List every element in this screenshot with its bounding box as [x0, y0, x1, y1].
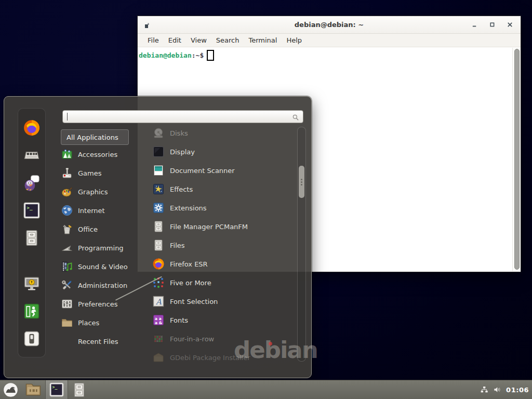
application-five-or-more[interactable]: Five or More: [152, 273, 294, 292]
application-extensions[interactable]: Extensions: [152, 198, 294, 217]
category-internet[interactable]: Internet: [61, 201, 144, 220]
fonts-icon: [152, 314, 165, 326]
session-button-log-out[interactable]: [23, 302, 41, 320]
category-label: Office: [78, 225, 98, 233]
gdebi-icon: [152, 351, 165, 364]
search-box[interactable]: [62, 110, 303, 123]
terminal-menu-item-search[interactable]: Search: [211, 36, 244, 44]
taskbar-launchers: [0, 380, 90, 399]
category-games[interactable]: Games: [61, 164, 144, 182]
favorites-group: [23, 119, 41, 247]
preferences-icon: [61, 298, 73, 310]
menu-scrollbar-thumb[interactable]: [299, 166, 304, 198]
text-caret: [67, 113, 68, 121]
application-files[interactable]: Files: [152, 236, 294, 255]
session-button-lock-screen[interactable]: [23, 275, 41, 292]
category-preferences[interactable]: Preferences: [61, 295, 144, 313]
tray-icon-volume[interactable]: [493, 385, 501, 394]
category-office[interactable]: Office: [61, 220, 144, 238]
favorite-software[interactable]: [23, 147, 41, 164]
application-effects[interactable]: Effects: [152, 180, 294, 198]
session-group: [23, 275, 41, 348]
category-graphics[interactable]: Graphics: [61, 182, 144, 201]
taskbar-launcher-file-manager[interactable]: [21, 380, 45, 399]
pidgin-icon: [23, 174, 41, 192]
terminal-cursor: [207, 50, 214, 61]
terminal-menu-item-edit[interactable]: Edit: [164, 36, 186, 44]
places-icon: [61, 316, 73, 329]
taskbar-launcher-files[interactable]: [68, 380, 90, 399]
application-gdebi-package-installer[interactable]: GDebi Package Installer: [152, 348, 294, 367]
application-label: Display: [170, 148, 195, 156]
application-document-scanner[interactable]: Document Scanner: [152, 161, 294, 180]
window-menu-icon[interactable]: [144, 21, 150, 28]
category-accessories[interactable]: Accessories: [61, 145, 144, 164]
application-label: Firefox ESR: [170, 260, 208, 268]
application-four-in-a-row[interactable]: Four-in-a-row: [152, 329, 294, 348]
terminal-menu-item-file[interactable]: File: [143, 36, 164, 44]
category-label: Administration: [78, 282, 127, 289]
application-list: Disks Display Document Scanner Effects E…: [152, 124, 294, 367]
terminal-menu-item-terminal[interactable]: Terminal: [244, 36, 282, 44]
effects-icon: [152, 183, 165, 195]
application-font-selection[interactable]: Font Selection: [152, 292, 294, 311]
category-sound-video[interactable]: Sound & Video: [61, 257, 144, 276]
taskbar-launcher-terminal[interactable]: [45, 380, 68, 399]
window-controls: [472, 16, 513, 33]
scanner-icon: [152, 164, 165, 177]
terminal-icon: [23, 202, 41, 219]
office-icon: [61, 223, 73, 235]
prompt-path-symbol: :~$: [192, 51, 204, 59]
taskbar: 01:06: [0, 380, 532, 399]
shutdown-icon: [23, 330, 41, 348]
accessories-icon: [61, 148, 73, 161]
category-programming[interactable]: Programming: [61, 238, 144, 257]
application-disks[interactable]: Disks: [152, 124, 294, 142]
category-label: Sound & Video: [78, 263, 128, 271]
application-display[interactable]: Display: [152, 142, 294, 161]
taskbar-tray: 01:06: [480, 385, 532, 394]
category-label: Recent Files: [78, 338, 118, 345]
all-applications-button[interactable]: All Applications: [61, 129, 129, 145]
firefox-icon: [23, 119, 41, 137]
terminal-scrollbar[interactable]: [512, 48, 521, 271]
application-label: GDebi Package Installer: [170, 354, 250, 362]
close-button[interactable]: [507, 22, 513, 28]
application-label: Disks: [170, 129, 188, 137]
display-icon: [152, 145, 165, 158]
category-recent-files[interactable]: Recent Files: [61, 332, 144, 351]
prompt-line: debian@debian:~$: [138, 47, 521, 61]
favorite-pidgin[interactable]: [23, 174, 41, 192]
tray-icon-network[interactable]: [480, 385, 488, 394]
application-label: File Manager PCManFM: [170, 223, 248, 231]
category-places[interactable]: Places: [61, 313, 144, 332]
favorites-panel: [18, 108, 46, 357]
application-label: Extensions: [170, 204, 207, 212]
application-label: Fonts: [170, 316, 188, 324]
application-fonts[interactable]: Fonts: [152, 311, 294, 329]
menu-scrollbar[interactable]: [297, 127, 306, 362]
soundvideo-icon: [61, 260, 73, 273]
category-label: Accessories: [78, 151, 117, 158]
category-label: Places: [78, 319, 99, 327]
terminal-menu-item-view[interactable]: View: [186, 36, 211, 44]
application-file-manager-pcmanfm[interactable]: File Manager PCManFM: [152, 217, 294, 236]
graphics-icon: [61, 185, 73, 198]
filecab-icon: [23, 229, 41, 247]
maximize-button[interactable]: [489, 22, 495, 28]
application-firefox-esr[interactable]: Firefox ESR: [152, 255, 294, 273]
favorite-firefox[interactable]: [23, 119, 41, 137]
fourinarow-icon: [152, 332, 165, 345]
minimize-button[interactable]: [472, 22, 477, 28]
session-button-shut-down[interactable]: [23, 330, 41, 348]
keyboard-icon: [23, 147, 41, 164]
favorite-terminal[interactable]: [23, 202, 41, 219]
favorite-file-manager[interactable]: [23, 229, 41, 247]
clock[interactable]: 01:06: [506, 386, 529, 394]
terminal-titlebar[interactable]: debian@debian: ~: [138, 16, 521, 34]
terminal-scrollbar-thumb[interactable]: [514, 49, 520, 270]
taskbar-launcher-menu[interactable]: [0, 380, 21, 399]
terminal-menu-item-help[interactable]: Help: [282, 36, 307, 44]
programming-icon: [61, 242, 73, 254]
lockscreen-icon: [23, 275, 41, 292]
